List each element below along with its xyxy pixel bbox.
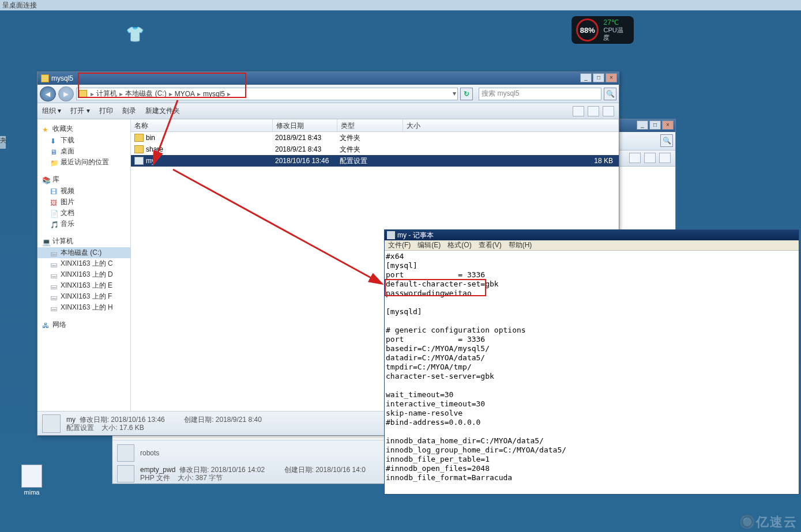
- search-button[interactable]: 🔍: [604, 88, 616, 100]
- close-button[interactable]: ×: [606, 73, 617, 82]
- minimize-button[interactable]: _: [637, 120, 648, 130]
- explorer-navbar: ◄ ► ▸ 计算机▸ 本地磁盘 (C:)▸ MYOA▸ mysql5▸ ▾ ↻ …: [37, 85, 619, 103]
- sidebar-item-netdrive-h[interactable]: 🖴XINXI163 上的 H: [37, 302, 130, 313]
- rdp-titlebar: 呈桌面连接: [0, 0, 801, 10]
- folder-icon: [134, 134, 144, 142]
- notepad-titlebar[interactable]: my - 记事本: [385, 230, 799, 240]
- folder-icon: [41, 74, 49, 82]
- notepad-icon: [387, 231, 395, 239]
- cfg-icon: [134, 157, 144, 165]
- search-icon[interactable]: 🔍: [660, 134, 673, 147]
- sidebar-network[interactable]: 🖧网络: [37, 319, 130, 331]
- tb-newfolder[interactable]: 新建文件夹: [145, 106, 180, 116]
- sidebar-item-desktop[interactable]: 🖥桌面: [37, 146, 130, 157]
- sidebar-item-pictures[interactable]: 🖼图片: [37, 197, 130, 207]
- col-type[interactable]: 类型: [337, 119, 403, 131]
- breadcrumb[interactable]: ▸ 计算机▸ 本地磁盘 (C:)▸ MYOA▸ mysql5▸ ▾: [76, 88, 458, 100]
- menu-view[interactable]: 查看(V): [479, 240, 502, 250]
- forward-button[interactable]: ►: [58, 86, 74, 101]
- sidebar-item-recent[interactable]: 📁最近访问的位置: [37, 157, 130, 168]
- php-file-icon: [117, 465, 134, 482]
- sidebar-libraries[interactable]: 📚库: [37, 173, 130, 186]
- maximize-button[interactable]: □: [649, 120, 661, 130]
- folder-icon: [134, 145, 144, 153]
- col-size[interactable]: 大小: [403, 119, 619, 131]
- file-row[interactable]: my2018/10/16 13:46配置设置18 KB: [131, 155, 619, 167]
- help-icon[interactable]: [659, 153, 671, 163]
- pane-icon[interactable]: [644, 153, 656, 163]
- menu-file[interactable]: 文件(F): [388, 240, 411, 250]
- gauge-info: 27℃ CPU温度: [603, 19, 629, 41]
- sidebar-item-netdrive-c[interactable]: 🖴XINXI163 上的 C: [37, 258, 130, 269]
- maximize-button[interactable]: □: [593, 73, 604, 82]
- file-icon: [117, 444, 134, 462]
- refresh-button[interactable]: ↻: [460, 88, 473, 100]
- sidebar-item-netdrive-d[interactable]: 🖴XINXI163 上的 D: [37, 269, 130, 280]
- watermark: 🔘亿速云: [739, 514, 798, 531]
- close-button[interactable]: ×: [662, 120, 674, 130]
- file-row[interactable]: share2018/9/21 8:43文件夹: [131, 144, 619, 155]
- help-icon[interactable]: [603, 106, 614, 116]
- sidebar-item-netdrive-f[interactable]: 🖴XINXI163 上的 F: [37, 291, 130, 302]
- sidebar-item-downloads[interactable]: ⬇下载: [37, 135, 130, 146]
- menu-format[interactable]: 格式(O): [447, 240, 471, 250]
- sidebar-computer[interactable]: 💻计算机: [37, 235, 130, 247]
- tb-burn[interactable]: 刻录: [122, 106, 136, 116]
- view-icon[interactable]: [629, 153, 641, 163]
- sidebar-item-documents[interactable]: 📄文档: [37, 207, 130, 218]
- col-date[interactable]: 修改日期: [273, 119, 337, 131]
- preview-pane-icon[interactable]: [588, 106, 599, 116]
- tshirt-icon: 👕: [126, 25, 144, 43]
- side-marker: 夬: [0, 136, 6, 149]
- sidebar-item-netdrive-e[interactable]: 🖴XINXI163 上的 E: [37, 280, 130, 291]
- tb-organize[interactable]: 组织 ▾: [42, 106, 61, 116]
- explorer-sidebar[interactable]: ★收藏夹 ⬇下载 🖥桌面 📁最近访问的位置 📚库 🎞视频 🖼图片 📄文档 🎵音乐…: [37, 119, 131, 411]
- status-file-icon: [42, 414, 61, 433]
- cpu-gauge: 88% 27℃ CPU温度: [571, 16, 634, 44]
- sidebar-favorites[interactable]: ★收藏夹: [37, 123, 130, 135]
- back-button[interactable]: ◄: [40, 86, 56, 101]
- sidebar-item-drive-c[interactable]: 🖴本地磁盘 (C:): [37, 247, 130, 258]
- notepad-window[interactable]: my - 记事本 文件(F) 编辑(E) 格式(O) 查看(V) 帮助(H) #…: [384, 229, 799, 495]
- explorer-titlebar[interactable]: mysql5 _ □ ×: [37, 72, 619, 85]
- desktop-file-mima[interactable]: mima: [17, 465, 46, 496]
- menu-help[interactable]: 帮助(H): [509, 240, 532, 250]
- folder-icon: [79, 90, 87, 97]
- minimize-button[interactable]: _: [580, 73, 592, 82]
- gauge-ring: 88%: [576, 18, 599, 41]
- col-name[interactable]: 名称: [131, 119, 273, 131]
- search-input[interactable]: 搜索 mysql5: [479, 88, 601, 100]
- menu-edit[interactable]: 编辑(E): [418, 240, 441, 250]
- explorer-toolbar: 组织 ▾ 打开 ▾ 打印 刻录 新建文件夹: [37, 103, 619, 119]
- window-title: mysql5: [51, 74, 73, 82]
- sidebar-item-music[interactable]: 🎵音乐: [37, 218, 130, 229]
- view-layout-icon[interactable]: [573, 106, 584, 116]
- file-row[interactable]: bin2018/9/21 8:43文件夹: [131, 132, 619, 144]
- tb-open[interactable]: 打开 ▾: [70, 106, 89, 116]
- notepad-menubar[interactable]: 文件(F) 编辑(E) 格式(O) 查看(V) 帮助(H): [385, 240, 799, 251]
- text-file-icon: [21, 465, 42, 488]
- notepad-text[interactable]: #x64 [mysql] port = 3336 default-charact…: [385, 251, 799, 494]
- column-headers[interactable]: 名称 修改日期 类型 大小: [131, 119, 619, 132]
- tb-print[interactable]: 打印: [99, 106, 113, 116]
- sidebar-item-videos[interactable]: 🎞视频: [37, 186, 130, 197]
